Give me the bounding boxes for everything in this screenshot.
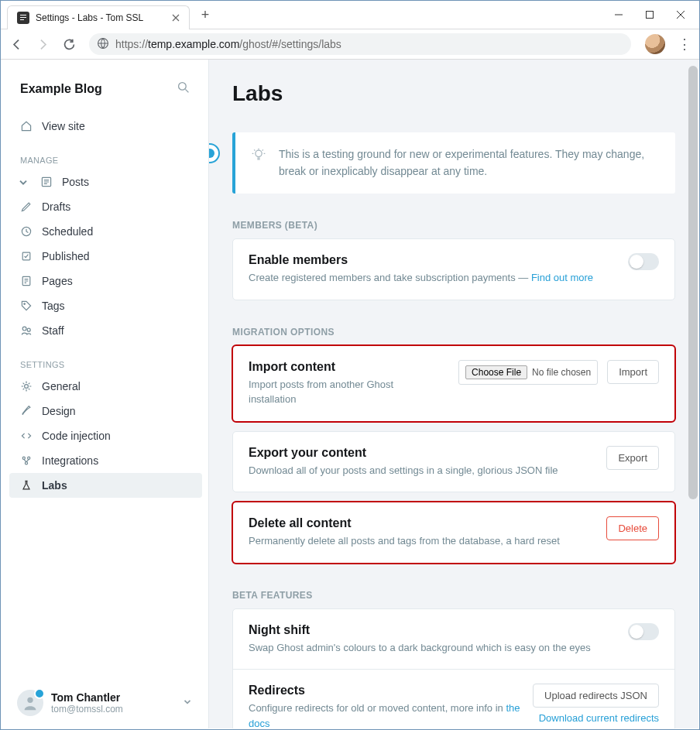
sidebar-item-staff[interactable]: Staff <box>2 318 208 343</box>
home-icon <box>20 120 33 132</box>
svg-point-12 <box>27 328 30 331</box>
sidebar-item-integrations-label: Integrations <box>42 454 98 467</box>
user-email: tom@tomssl.com <box>51 704 123 715</box>
delete-button[interactable]: Delete <box>606 516 659 540</box>
url-prefix: https:// <box>115 38 148 50</box>
group-beta: BETA FEATURES <box>232 590 675 601</box>
info-banner: This is a testing ground for new or expe… <box>232 132 675 194</box>
flask-icon <box>20 479 33 492</box>
svg-point-14 <box>22 457 25 459</box>
profile-avatar[interactable] <box>645 34 665 54</box>
url-host: temp.example.com <box>148 38 239 50</box>
svg-point-15 <box>28 457 30 459</box>
members-desc: Create registered members and take subsc… <box>249 270 616 286</box>
members-toggle[interactable] <box>628 253 659 270</box>
sidebar: Example Blog View site MANAGE Posts Draf… <box>2 60 209 728</box>
pages-icon <box>20 275 33 287</box>
sidebar-item-staff-label: Staff <box>42 324 64 337</box>
browser-tab[interactable]: Settings - Labs - Tom SSL <box>7 5 190 29</box>
selection-indicator <box>209 143 220 163</box>
forward-button[interactable] <box>32 33 53 55</box>
sidebar-item-scheduled[interactable]: Scheduled <box>2 219 208 244</box>
sidebar-item-tags[interactable]: Tags <box>2 293 208 318</box>
browser-toolbar: https://temp.example.com/ghost/#/setting… <box>1 29 699 60</box>
redirects-title: Redirects <box>249 684 520 697</box>
svg-point-17 <box>27 697 33 703</box>
sidebar-item-posts-label: Posts <box>62 176 89 188</box>
night-shift-toggle[interactable] <box>628 623 659 640</box>
main-panel: Labs This is a testing ground for new or… <box>209 60 698 728</box>
sidebar-item-design[interactable]: Design <box>2 399 208 423</box>
new-tab-button[interactable]: + <box>194 7 216 23</box>
reload-button[interactable] <box>58 33 80 55</box>
group-migration: MIGRATION OPTIONS <box>232 327 675 338</box>
import-desc: Import posts from another Ghost installa… <box>249 377 403 407</box>
sidebar-item-published[interactable]: Published <box>2 244 208 269</box>
svg-point-5 <box>179 83 187 91</box>
sidebar-item-published-label: Published <box>42 250 90 262</box>
window-close-button[interactable] <box>665 4 696 26</box>
group-members: MEMBERS (BETA) <box>232 220 675 231</box>
delete-card: Delete all content Permanently delete al… <box>232 502 675 564</box>
sidebar-item-code-injection-label: Code injection <box>42 430 111 442</box>
members-title: Enable members <box>249 253 616 267</box>
import-button[interactable]: Import <box>607 360 659 384</box>
sidebar-item-drafts-label: Drafts <box>42 200 70 213</box>
import-title: Import content <box>249 360 403 374</box>
posts-icon <box>40 176 53 188</box>
upload-redirects-button[interactable]: Upload redirects JSON <box>533 684 659 708</box>
lightbulb-icon <box>251 147 266 163</box>
sidebar-item-labs[interactable]: Labs <box>9 473 202 498</box>
sidebar-section-manage: MANAGE <box>2 139 208 170</box>
window-maximize-button[interactable] <box>634 4 665 26</box>
sidebar-item-tags-label: Tags <box>42 300 65 312</box>
members-card: Enable members Create registered members… <box>232 238 675 300</box>
download-redirects-link[interactable]: Download current redirects <box>539 712 659 724</box>
search-button[interactable] <box>177 81 190 97</box>
address-bar[interactable]: https://temp.example.com/ghost/#/setting… <box>89 33 631 55</box>
site-info-icon[interactable] <box>97 37 109 52</box>
clock-icon <box>20 225 33 238</box>
gear-icon <box>20 380 33 392</box>
sidebar-item-drafts[interactable]: Drafts <box>2 194 208 219</box>
choose-file-button[interactable]: Choose File <box>465 365 527 379</box>
redirects-desc: Configure redirects for old or moved con… <box>249 701 520 728</box>
blog-title[interactable]: Example Blog <box>20 82 102 96</box>
user-name: Tom Chantler <box>51 691 123 704</box>
integrations-icon <box>20 454 33 467</box>
sidebar-user[interactable]: Tom Chantler tom@tomssl.com <box>2 677 208 728</box>
svg-rect-3 <box>647 12 654 19</box>
page-title: Labs <box>232 81 675 106</box>
svg-point-18 <box>256 150 262 156</box>
file-status-label: No file chosen <box>532 367 591 378</box>
sidebar-item-posts[interactable]: Posts <box>2 170 208 194</box>
window-minimize-button[interactable] <box>603 4 634 26</box>
staff-icon <box>20 324 33 337</box>
export-button[interactable]: Export <box>606 446 659 470</box>
user-avatar <box>17 690 43 716</box>
tab-close-button[interactable] <box>172 11 180 25</box>
night-shift-desc: Swap Ghost admin's colours to a dark bac… <box>249 640 616 656</box>
sidebar-item-integrations[interactable]: Integrations <box>2 448 208 473</box>
published-icon <box>20 250 33 262</box>
sidebar-item-general[interactable]: General <box>2 374 208 399</box>
import-card: Import content Import posts from another… <box>232 345 675 422</box>
back-button[interactable] <box>5 33 27 55</box>
svg-point-16 <box>25 462 27 464</box>
delete-title: Delete all content <box>249 516 594 530</box>
svg-point-10 <box>24 303 26 305</box>
info-banner-text: This is a testing ground for new or expe… <box>279 146 660 180</box>
svg-rect-2 <box>20 19 24 20</box>
ghost-favicon <box>17 12 29 24</box>
user-menu-toggle[interactable] <box>182 696 193 710</box>
svg-point-13 <box>25 385 29 389</box>
browser-menu-button[interactable]: ⋮ <box>674 36 695 53</box>
import-file-input[interactable]: Choose File No file chosen <box>458 360 598 385</box>
sidebar-item-pages-label: Pages <box>42 275 73 287</box>
sidebar-item-pages[interactable]: Pages <box>2 269 208 293</box>
members-find-out-more-link[interactable]: Find out more <box>531 272 593 283</box>
sidebar-view-site[interactable]: View site <box>2 114 208 139</box>
svg-rect-1 <box>20 17 26 18</box>
sidebar-item-general-label: General <box>42 380 81 392</box>
sidebar-item-code-injection[interactable]: Code injection <box>2 423 208 448</box>
